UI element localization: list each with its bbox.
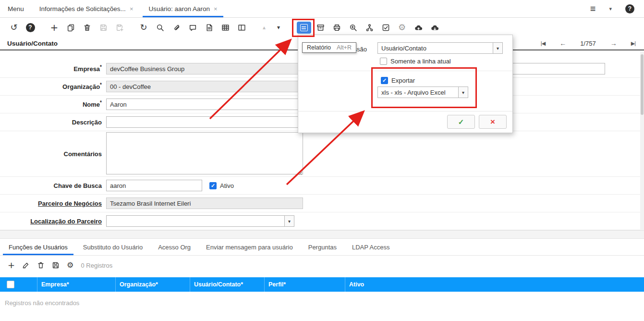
undo-button[interactable]: ↺ xyxy=(6,20,22,35)
help-icon[interactable]: ? xyxy=(625,4,634,13)
horizontal-splitter[interactable] xyxy=(0,230,644,239)
tab-funcoes-de-usuarios[interactable]: Funções de Usuários xyxy=(1,239,75,255)
detail-table-header: Empresa* Organização* Usuário/Contato* P… xyxy=(0,277,644,292)
cancel-button[interactable]: × xyxy=(479,115,507,129)
tab-substituto-do-usuario[interactable]: Substituto do Usuário xyxy=(75,239,150,255)
report-page-icon xyxy=(300,24,308,31)
close-icon[interactable]: × xyxy=(214,5,218,12)
chevron-down-icon[interactable]: ▾ xyxy=(609,6,612,12)
detail-toolbar: + ⚙ 0 Registros xyxy=(0,256,644,275)
active-workflows-button[interactable] xyxy=(377,20,394,35)
select-all-checkbox[interactable] xyxy=(7,281,14,288)
ativo-checkbox[interactable] xyxy=(209,182,217,189)
refresh-icon: ↻ xyxy=(140,23,147,32)
empresa-field[interactable] xyxy=(106,63,303,74)
first-record-icon[interactable]: |◀ xyxy=(541,40,545,47)
detail-delete-button[interactable] xyxy=(37,261,45,269)
column-header[interactable]: Perfil* xyxy=(265,277,345,292)
tab-acesso-org[interactable]: Acesso Org xyxy=(150,239,198,255)
detail-settings-button[interactable]: ⚙ xyxy=(67,261,73,269)
descricao-field[interactable] xyxy=(106,116,303,128)
help-button[interactable]: ? xyxy=(22,20,38,35)
file-import-button[interactable] xyxy=(201,20,217,35)
workflow-button[interactable] xyxy=(361,20,377,35)
column-header[interactable]: Empresa* xyxy=(37,277,116,292)
empty-table-message: Registros não encontrados xyxy=(0,292,644,307)
new-record-button[interactable]: + xyxy=(46,20,62,35)
tab-bar: Menu Informações de Solicitações... × Us… xyxy=(0,0,644,18)
nome-field[interactable] xyxy=(106,99,303,110)
previous-record-icon[interactable]: ← xyxy=(559,39,566,47)
tabbar-right-controls: ≡ ▾ ? xyxy=(590,0,644,17)
dropdown-arrow-icon[interactable]: ▾ xyxy=(458,86,468,98)
archive-button[interactable] xyxy=(312,20,328,35)
report-name-combo[interactable] xyxy=(377,42,493,54)
print-button[interactable] xyxy=(328,20,345,35)
dropdown-arrow-icon[interactable]: ▾ xyxy=(493,42,503,54)
export-format-combo[interactable] xyxy=(377,86,459,98)
field-label-link[interactable]: Parceiro de Negócios xyxy=(8,200,102,207)
attachment-button[interactable] xyxy=(168,20,184,35)
workflow-icon xyxy=(365,24,374,32)
save-create-new-button[interactable] xyxy=(111,20,128,35)
detail-save-button[interactable] xyxy=(52,261,60,269)
field-label: Nome* xyxy=(8,100,102,108)
export-cloud-button[interactable] xyxy=(410,20,426,35)
detail-layout-button[interactable] xyxy=(233,20,250,35)
parceiro-de-negocios-field[interactable] xyxy=(106,198,303,209)
tab-enviar-mensagem[interactable]: Enviar mensagem para usuário xyxy=(198,239,301,255)
copy-record-button[interactable] xyxy=(62,20,79,35)
tab-menu[interactable]: Menu xyxy=(0,0,32,17)
vertical-scrollbar[interactable] xyxy=(640,51,644,230)
collapse-button[interactable]: ▴ xyxy=(258,20,270,35)
refresh-button[interactable]: ↻ xyxy=(135,20,152,35)
tab-usuario-aaron[interactable]: Usuário: aaron Aaron × xyxy=(141,0,225,17)
divider xyxy=(298,111,512,111)
confirm-button[interactable]: ✓ xyxy=(447,115,475,129)
record-position: 1/757 xyxy=(580,40,596,47)
detail-new-button[interactable]: + xyxy=(8,261,15,270)
tab-perguntas[interactable]: Perguntas xyxy=(301,239,344,255)
export-option: Exportar xyxy=(381,77,415,84)
last-record-icon[interactable]: ▶| xyxy=(631,40,635,47)
expand-button[interactable]: ▾ xyxy=(273,20,284,35)
app-window: Menu Informações de Solicitações... × Us… xyxy=(0,0,644,321)
delete-record-button[interactable] xyxy=(79,20,95,35)
document-icon xyxy=(205,24,213,32)
detail-edit-button[interactable] xyxy=(22,261,30,269)
detail-tab-bar: Funções de Usuários Substituto do Usuári… xyxy=(0,239,644,256)
preferences-button[interactable]: ⚙ xyxy=(394,20,410,35)
grid-toggle-button[interactable] xyxy=(217,20,233,35)
chave-de-busca-field[interactable] xyxy=(106,180,202,191)
zoom-across-button[interactable] xyxy=(345,20,361,35)
paperclip-icon xyxy=(172,24,181,32)
lookup-button[interactable] xyxy=(152,20,168,35)
column-header[interactable]: Ativo xyxy=(345,277,644,292)
close-icon[interactable]: × xyxy=(130,5,134,12)
chat-icon xyxy=(189,24,197,32)
column-header[interactable]: Usuário/Contato* xyxy=(190,277,265,292)
tooltip-label: Relatório xyxy=(307,44,331,51)
scrollbar-thumb[interactable] xyxy=(641,54,644,115)
next-record-icon[interactable]: → xyxy=(610,39,617,47)
save-button[interactable] xyxy=(95,20,111,35)
dropdown-arrow-icon[interactable]: ▾ xyxy=(284,215,294,227)
import-cloud-button[interactable] xyxy=(426,20,443,35)
only-current-row-checkbox[interactable] xyxy=(380,58,387,65)
tab-informacoes-solicitacoes[interactable]: Informações de Solicitações... × xyxy=(32,0,141,17)
field-label-link[interactable]: Localização do Parceiro xyxy=(8,218,102,225)
zoom-plus-icon xyxy=(349,24,357,32)
organizacao-field[interactable] xyxy=(106,81,303,92)
export-checkbox[interactable] xyxy=(381,77,388,84)
grid-icon xyxy=(221,24,230,32)
only-current-row-option: Somente a linha atual xyxy=(380,58,451,65)
tab-ldap-access[interactable]: LDAP Access xyxy=(344,239,398,255)
field-label: Organização* xyxy=(8,82,102,90)
save-icon xyxy=(52,261,60,269)
app-menu-icon[interactable]: ≡ xyxy=(590,4,596,13)
localizacao-do-parceiro-field[interactable] xyxy=(106,215,285,227)
chat-button[interactable] xyxy=(184,20,201,35)
comentarios-textarea[interactable] xyxy=(106,132,303,174)
report-button[interactable] xyxy=(296,20,312,35)
column-header[interactable]: Organização* xyxy=(116,277,190,292)
